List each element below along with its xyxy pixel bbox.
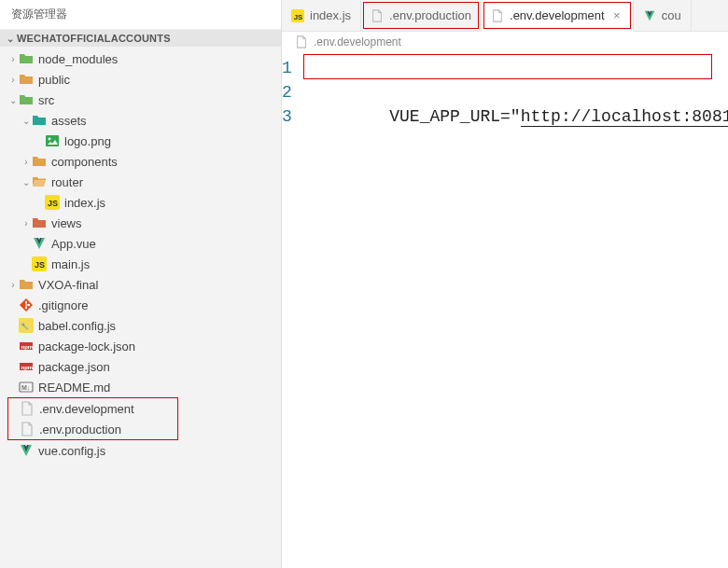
tree-item-label: VXOA-final — [38, 278, 98, 292]
tree-item-babel-config-js[interactable]: 🔧babel.config.js — [0, 315, 281, 336]
image-icon — [45, 133, 60, 148]
file-icon — [491, 9, 504, 22]
editor-area: JSindex.js.env.production.env.developmen… — [282, 0, 728, 568]
svg-text:M↓: M↓ — [21, 384, 30, 391]
project-header[interactable]: ⌄ WECHATOFFICIALACCOUNTS — [0, 30, 281, 47]
js-icon: JS — [45, 195, 60, 210]
sidebar: 资源管理器 ⌄ WECHATOFFICIALACCOUNTS ›node_mod… — [0, 0, 282, 568]
chevron-right-icon[interactable]: › — [7, 75, 19, 85]
svg-text:npm: npm — [21, 365, 34, 370]
tab--env-production[interactable]: .env.production — [361, 0, 482, 31]
svg-text:npm: npm — [21, 344, 34, 350]
npm-icon: npm — [19, 359, 34, 374]
line-number: 3 — [282, 104, 292, 129]
tab-index-js[interactable]: JSindex.js — [282, 0, 361, 31]
file-icon — [20, 401, 35, 416]
folder-orange-icon — [19, 72, 34, 87]
folder-orange-icon — [19, 277, 34, 292]
tree-item-router[interactable]: ⌄router — [0, 172, 281, 192]
project-name: WECHATOFFICIALACCOUNTS — [17, 33, 171, 44]
tree-item--gitignore[interactable]: .gitignore — [0, 295, 281, 315]
line-gutter: 123 — [282, 56, 309, 568]
code-line-3[interactable] — [309, 104, 728, 129]
chevron-down-icon[interactable]: ⌄ — [21, 177, 32, 187]
line-number: 2 — [282, 80, 292, 104]
chevron-right-icon[interactable]: › — [21, 157, 32, 167]
tree-item-label: package-lock.json — [38, 339, 135, 353]
js-icon: JS — [32, 256, 47, 271]
tree-item-label: views — [51, 216, 82, 230]
breadcrumb[interactable]: .env.development — [282, 32, 728, 52]
tree-item-label: package.json — [38, 360, 110, 374]
tree-item-views[interactable]: ›views — [0, 213, 281, 233]
tree-item-src[interactable]: ⌄src — [0, 90, 281, 110]
tab-label: .env.development — [510, 8, 605, 22]
tree-item--env-development[interactable]: .env.development — [8, 398, 177, 419]
tree-item-label: node_modules — [38, 52, 118, 66]
svg-rect-0 — [46, 135, 59, 146]
tree-item-label: index.js — [64, 196, 105, 210]
chevron-right-icon[interactable]: › — [7, 280, 19, 290]
tree-item-label: src — [38, 93, 54, 107]
svg-text:JS: JS — [48, 199, 58, 208]
tab-label: index.js — [310, 8, 351, 22]
tree-item-components[interactable]: ›components — [0, 151, 281, 172]
code-editor[interactable]: 123 VUE_APP_URL="http://localhost:8081" — [282, 52, 728, 568]
tree-item-label: router — [51, 175, 83, 189]
tree-item-label: vue.config.js — [38, 444, 105, 458]
code-content[interactable]: VUE_APP_URL="http://localhost:8081" — [309, 56, 728, 568]
file-tree: ›node_modules›public⌄src⌄assetslogo.png›… — [0, 47, 281, 568]
tab--env-development[interactable]: .env.development× — [482, 0, 634, 32]
folder-green-icon — [19, 92, 34, 107]
file-icon — [371, 9, 384, 22]
tree-item-main-js[interactable]: JSmain.js — [0, 254, 281, 274]
chevron-right-icon[interactable]: › — [21, 218, 32, 229]
svg-point-1 — [49, 138, 51, 141]
tree-item--env-production[interactable]: .env.production — [8, 419, 177, 439]
chevron-down-icon[interactable]: ⌄ — [7, 95, 19, 105]
chevron-right-icon[interactable]: › — [7, 54, 19, 64]
tree-item-label: assets — [51, 114, 87, 128]
editor-tabs: JSindex.js.env.production.env.developmen… — [282, 0, 728, 32]
tree-item-label: public — [38, 73, 70, 87]
tree-item-vxoa-final[interactable]: ›VXOA-final — [0, 274, 281, 295]
tree-item-package-json[interactable]: npmpackage.json — [0, 356, 281, 377]
folder-teal-icon — [32, 113, 47, 128]
tab-label: .env.production — [389, 8, 471, 22]
tree-item-public[interactable]: ›public — [0, 69, 281, 90]
tree-item-package-lock-json[interactable]: npmpackage-lock.json — [0, 336, 281, 356]
tree-item-label: App.vue — [51, 237, 96, 251]
file-icon — [295, 35, 308, 48]
tree-item-index-js[interactable]: JSindex.js — [0, 192, 281, 213]
svg-text:🔧: 🔧 — [21, 322, 29, 330]
code-line-2[interactable] — [309, 80, 728, 104]
tree-item-label: .env.production — [39, 423, 121, 436]
tree-item-logo-png[interactable]: logo.png — [0, 131, 281, 151]
tree-item-assets[interactable]: ⌄assets — [0, 110, 281, 131]
vue-icon — [32, 236, 47, 251]
tree-item-app-vue[interactable]: App.vue — [0, 233, 281, 254]
tree-item-label: README.md — [38, 381, 110, 395]
vue-icon — [643, 9, 656, 22]
file-icon — [20, 422, 35, 436]
vue-icon — [19, 443, 34, 458]
js-icon: JS — [291, 9, 304, 22]
tree-item-label: .env.development — [39, 402, 134, 416]
folder-green-icon — [19, 51, 34, 66]
chevron-down-icon[interactable]: ⌄ — [21, 116, 32, 126]
tab-label: cou — [662, 8, 681, 22]
tree-item-label: .gitignore — [38, 298, 88, 312]
tab-cou[interactable]: cou — [634, 0, 692, 31]
breadcrumb-text: .env.development — [314, 35, 401, 48]
line-number: 1 — [282, 56, 292, 80]
svg-text:JS: JS — [35, 260, 45, 270]
tree-item-label: components — [51, 155, 118, 169]
chevron-down-icon: ⌄ — [4, 34, 17, 44]
code-line-1[interactable]: VUE_APP_URL="http://localhost:8081" — [309, 56, 728, 80]
close-icon[interactable]: × — [610, 8, 623, 22]
tree-item-readme-md[interactable]: M↓README.md — [0, 377, 281, 397]
tree-item-label: babel.config.js — [38, 319, 116, 333]
tree-item-label: logo.png — [64, 134, 111, 148]
tree-item-vue-config-js[interactable]: vue.config.js — [0, 440, 281, 461]
tree-item-node-modules[interactable]: ›node_modules — [0, 48, 281, 69]
